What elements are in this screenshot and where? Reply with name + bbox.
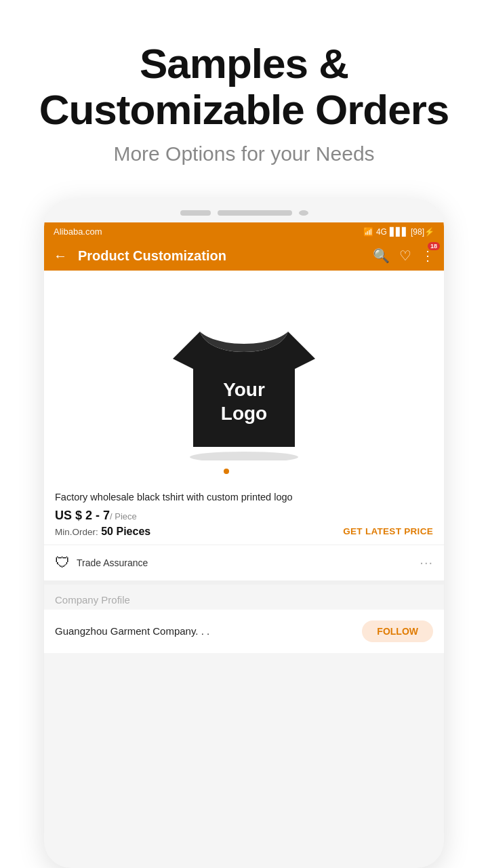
battery-value: 98 — [413, 227, 422, 237]
top-pill-short — [180, 210, 211, 216]
search-icon[interactable]: 🔍 — [373, 248, 390, 264]
company-profile-label: Company Profile — [44, 585, 444, 610]
top-pill-dot — [299, 210, 308, 216]
more-icon[interactable]: ⋮ 18 — [421, 248, 434, 264]
signal-bars-icon: ▋▋▋ — [390, 227, 408, 237]
top-pill-long — [218, 210, 292, 216]
product-image-area: Your Logo — [44, 271, 444, 481]
back-button[interactable]: ← — [54, 248, 67, 264]
get-latest-price-button[interactable]: GET LATEST PRICE — [343, 526, 433, 536]
app-status-bar: Alibaba.com 📶 4G ▋▋▋ [98]⚡ — [44, 222, 444, 241]
company-row: Guangzhou Garment Company. . . FOLLOW — [44, 610, 444, 653]
price-unit: / Piece — [110, 511, 137, 521]
dot-2 — [224, 469, 229, 474]
svg-text:Your: Your — [223, 379, 265, 400]
product-price: US $ 2 - 7/ Piece — [55, 509, 433, 523]
price-range: US $ 2 - 7 — [55, 509, 110, 522]
follow-button[interactable]: FOLLOW — [362, 620, 433, 642]
header-section: Samples & Customizable Orders More Optio… — [0, 0, 488, 179]
wifi-icon: 📶 — [363, 227, 373, 237]
company-name: Guangzhou Garment Company. . . — [55, 625, 209, 637]
site-name: Alibaba.com — [54, 226, 102, 237]
dot-5 — [250, 469, 256, 474]
image-dots — [215, 469, 273, 474]
dot-1 — [215, 469, 220, 474]
product-moq: Min.Order: 50 Pieces GET LATEST PRICE — [55, 526, 433, 538]
page-wrapper: Samples & Customizable Orders More Optio… — [0, 0, 488, 868]
svg-point-0 — [190, 452, 298, 460]
product-info: Factory wholesale black tshirt with cust… — [44, 481, 444, 545]
nav-title: Product Customization — [78, 248, 366, 264]
trade-assurance-icon: 🛡 — [55, 554, 70, 572]
trade-assurance-bar: 🛡 Trade Assurance ··· — [44, 545, 444, 585]
dot-4 — [241, 469, 247, 474]
signal-label: 4G — [376, 227, 387, 237]
moq-info: Min.Order: 50 Pieces — [55, 526, 150, 538]
battery-icon: [98]⚡ — [411, 227, 434, 237]
dot-6 — [259, 469, 264, 474]
moq-label: Min.Order: — [55, 527, 98, 537]
status-icons: 📶 4G ▋▋▋ [98]⚡ — [363, 227, 434, 237]
trade-assurance-label: Trade Assurance — [77, 557, 413, 568]
wishlist-icon[interactable]: ♡ — [399, 248, 411, 264]
product-title: Factory wholesale black tshirt with cust… — [55, 490, 433, 504]
page-headline: Samples & Customizable Orders — [27, 41, 461, 133]
moq-value: 50 Pieces — [101, 526, 150, 537]
notification-badge: 18 — [428, 242, 440, 250]
tshirt-image: Your Logo — [166, 291, 322, 460]
dot-7 — [268, 469, 273, 474]
page-subheadline: More Options for your Needs — [27, 142, 461, 165]
phone-top-bar — [44, 199, 444, 222]
nav-icons-group: 🔍 ♡ ⋮ 18 — [373, 248, 434, 264]
svg-rect-1 — [239, 332, 249, 340]
svg-text:Logo: Logo — [221, 403, 267, 424]
phone-mockup: Alibaba.com 📶 4G ▋▋▋ [98]⚡ ← Product Cus… — [44, 199, 444, 868]
trade-assurance-more-icon[interactable]: ··· — [420, 555, 433, 570]
dot-3 — [232, 469, 238, 474]
app-nav-bar: ← Product Customization 🔍 ♡ ⋮ 18 — [44, 241, 444, 271]
company-section: Company Profile Guangzhou Garment Compan… — [44, 585, 444, 653]
